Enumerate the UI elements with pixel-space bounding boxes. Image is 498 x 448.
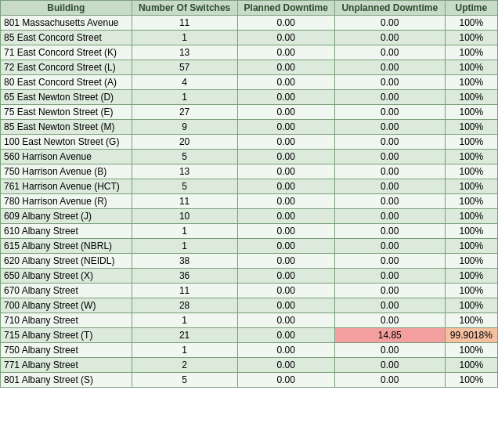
cell-uptime: 100% (445, 194, 497, 209)
cell-building: 80 East Concord Street (A) (1, 75, 132, 90)
cell-planned: 0.00 (237, 135, 334, 150)
cell-planned: 0.00 (237, 105, 334, 120)
cell-unplanned: 0.00 (334, 179, 445, 194)
cell-uptime: 100% (445, 298, 497, 313)
cell-switches: 20 (132, 135, 237, 150)
cell-uptime: 100% (445, 105, 497, 120)
table-row: 761 Harrison Avenue (HCT)50.000.00100% (1, 179, 498, 194)
cell-planned: 0.00 (237, 358, 334, 373)
cell-switches: 11 (132, 16, 237, 31)
cell-unplanned: 0.00 (334, 150, 445, 164)
cell-planned: 0.00 (237, 60, 334, 75)
cell-unplanned: 0.00 (334, 239, 445, 254)
cell-building: 750 Harrison Avenue (B) (1, 164, 132, 179)
table-row: 75 East Newton Street (E)270.000.00100% (1, 105, 498, 120)
cell-unplanned: 0.00 (334, 194, 445, 209)
table-row: 620 Albany Street (NEIDL)380.000.00100% (1, 254, 498, 269)
cell-planned: 0.00 (237, 269, 334, 284)
cell-unplanned: 0.00 (334, 269, 445, 284)
cell-building: 615 Albany Street (NBRL) (1, 239, 132, 254)
cell-switches: 1 (132, 224, 237, 239)
cell-building: 75 East Newton Street (E) (1, 105, 132, 120)
table-row: 700 Albany Street (W)280.000.00100% (1, 298, 498, 313)
cell-uptime: 100% (445, 254, 497, 269)
cell-switches: 36 (132, 269, 237, 284)
cell-uptime: 100% (445, 269, 497, 284)
cell-planned: 0.00 (237, 179, 334, 194)
cell-uptime: 100% (445, 358, 497, 373)
cell-uptime: 100% (445, 60, 497, 75)
cell-planned: 0.00 (237, 313, 334, 328)
cell-unplanned: 0.00 (334, 135, 445, 150)
cell-switches: 5 (132, 150, 237, 164)
cell-unplanned: 0.00 (334, 343, 445, 358)
cell-building: 801 Massachusetts Avenue (1, 16, 132, 31)
table-row: 85 East Newton Street (M)90.000.00100% (1, 120, 498, 135)
cell-planned: 0.00 (237, 16, 334, 31)
table-row: 80 East Concord Street (A)40.000.00100% (1, 75, 498, 90)
cell-building: 560 Harrison Avenue (1, 150, 132, 164)
cell-uptime: 100% (445, 16, 497, 31)
cell-unplanned: 0.00 (334, 373, 445, 388)
cell-unplanned: 0.00 (334, 90, 445, 105)
cell-building: 85 East Concord Street (1, 31, 132, 45)
cell-switches: 4 (132, 75, 237, 90)
table-row: 801 Albany Street (S)50.000.00100% (1, 373, 498, 388)
cell-switches: 11 (132, 194, 237, 209)
cell-planned: 0.00 (237, 90, 334, 105)
cell-building: 700 Albany Street (W) (1, 298, 132, 313)
cell-planned: 0.00 (237, 150, 334, 164)
cell-building: 72 East Concord Street (L) (1, 60, 132, 75)
cell-uptime: 100% (445, 135, 497, 150)
table-row: 780 Harrison Avenue (R)110.000.00100% (1, 194, 498, 209)
cell-unplanned: 0.00 (334, 16, 445, 31)
cell-building: 610 Albany Street (1, 224, 132, 239)
cell-planned: 0.00 (237, 164, 334, 179)
cell-planned: 0.00 (237, 298, 334, 313)
cell-building: 771 Albany Street (1, 358, 132, 373)
cell-switches: 27 (132, 105, 237, 120)
table-row: 801 Massachusetts Avenue110.000.00100% (1, 16, 498, 31)
cell-unplanned: 0.00 (334, 313, 445, 328)
col-header-unplanned: Unplanned Downtime (334, 1, 445, 16)
cell-switches: 1 (132, 31, 237, 45)
table-row: 65 East Newton Street (D)10.000.00100% (1, 90, 498, 105)
cell-planned: 0.00 (237, 224, 334, 239)
table-row: 771 Albany Street20.000.00100% (1, 358, 498, 373)
cell-planned: 0.00 (237, 239, 334, 254)
cell-planned: 0.00 (237, 209, 334, 224)
cell-uptime: 100% (445, 224, 497, 239)
cell-unplanned: 0.00 (334, 60, 445, 75)
cell-uptime: 100% (445, 164, 497, 179)
table-row: 615 Albany Street (NBRL)10.000.00100% (1, 239, 498, 254)
cell-planned: 0.00 (237, 31, 334, 45)
cell-uptime: 99.9018% (445, 328, 497, 343)
cell-unplanned: 0.00 (334, 105, 445, 120)
table-row: 750 Albany Street10.000.00100% (1, 343, 498, 358)
cell-switches: 5 (132, 373, 237, 388)
cell-switches: 38 (132, 254, 237, 269)
cell-unplanned: 0.00 (334, 284, 445, 298)
cell-switches: 1 (132, 90, 237, 105)
cell-building: 85 East Newton Street (M) (1, 120, 132, 135)
table-row: 71 East Concord Street (K)130.000.00100% (1, 45, 498, 60)
cell-switches: 1 (132, 239, 237, 254)
cell-building: 71 East Concord Street (K) (1, 45, 132, 60)
cell-planned: 0.00 (237, 284, 334, 298)
col-header-building: Building (1, 1, 132, 16)
cell-unplanned: 0.00 (334, 298, 445, 313)
cell-uptime: 100% (445, 150, 497, 164)
cell-building: 761 Harrison Avenue (HCT) (1, 179, 132, 194)
cell-switches: 28 (132, 298, 237, 313)
cell-unplanned: 14.85 (334, 328, 445, 343)
cell-building: 609 Albany Street (J) (1, 209, 132, 224)
cell-switches: 2 (132, 358, 237, 373)
cell-building: 780 Harrison Avenue (R) (1, 194, 132, 209)
cell-uptime: 100% (445, 75, 497, 90)
cell-uptime: 100% (445, 209, 497, 224)
table-row: 72 East Concord Street (L)570.000.00100% (1, 60, 498, 75)
table-row: 610 Albany Street10.000.00100% (1, 224, 498, 239)
cell-building: 715 Albany Street (T) (1, 328, 132, 343)
cell-unplanned: 0.00 (334, 209, 445, 224)
cell-unplanned: 0.00 (334, 75, 445, 90)
